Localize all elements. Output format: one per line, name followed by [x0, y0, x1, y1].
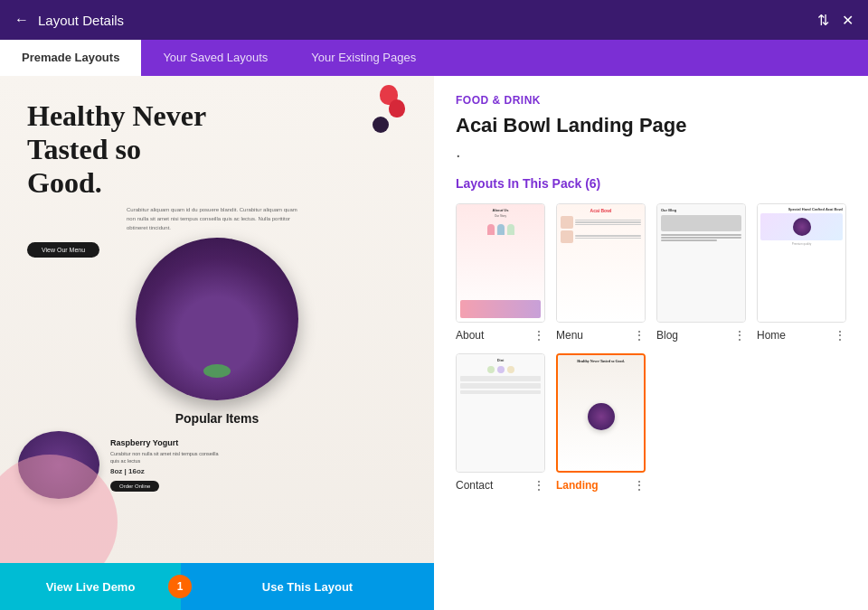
- thumb-home-menu[interactable]: ⋮: [834, 328, 846, 343]
- thumb-about-label: About: [456, 329, 484, 342]
- strawberry-decoration: [375, 85, 407, 121]
- notification-badge: 1: [168, 575, 192, 598]
- thumb-about-menu[interactable]: ⋮: [533, 328, 545, 343]
- back-icon[interactable]: ←: [14, 12, 29, 28]
- acai-bowl-image: [136, 238, 298, 400]
- thumb-about-image: About Us Our Story: [456, 203, 545, 323]
- lp-headline: Healthy Never Tasted so Good.: [27, 99, 407, 199]
- thumb-contact-image: Dini: [456, 353, 545, 473]
- mint-leaf-decoration: [203, 364, 231, 378]
- thumbnail-home[interactable]: Special Hand Crafted Acai Bowl Premium q…: [757, 203, 846, 343]
- item-name: Raspberry Yogurt: [110, 438, 228, 447]
- thumbnail-landing[interactable]: Healthy Never Tasted so Good. Landing ⋮: [556, 353, 646, 493]
- thumb-menu-label: Menu: [556, 329, 583, 342]
- preview-actions: View Live Demo 1 Use This Layout: [0, 563, 434, 610]
- thumb-blog-footer: Blog ⋮: [656, 328, 746, 343]
- close-icon[interactable]: ✕: [842, 12, 854, 29]
- preview-panel: Healthy Never Tasted so Good. Curabitur …: [0, 76, 434, 610]
- preview-content: Healthy Never Tasted so Good. Curabitur …: [0, 76, 434, 563]
- thumb-menu-image: Acai Bowl: [556, 203, 646, 323]
- thumb-home-label: Home: [757, 329, 786, 342]
- thumb-home-footer: Home ⋮: [757, 328, 846, 343]
- category-tag: Food & Drink: [456, 94, 846, 107]
- tab-saved-layouts[interactable]: Your Saved Layouts: [141, 40, 289, 76]
- header-left: ← Layout Details: [14, 12, 124, 28]
- thumb-contact-footer: Contact ⋮: [456, 478, 545, 493]
- thumbnail-blog[interactable]: Our Blog Blog ⋮: [656, 203, 746, 343]
- order-online-button[interactable]: Order Online: [110, 481, 159, 492]
- tab-existing-pages[interactable]: Your Existing Pages: [289, 40, 438, 76]
- header-title: Layout Details: [38, 13, 124, 28]
- thumb-contact-label: Contact: [456, 479, 493, 492]
- sort-icon[interactable]: ⇅: [817, 12, 829, 29]
- thumb-home-image: Special Hand Crafted Acai Bowl Premium q…: [757, 203, 846, 323]
- popular-title: Popular Items: [18, 411, 416, 426]
- thumb-about-footer: About ⋮: [456, 328, 545, 343]
- thumb-landing-menu[interactable]: ⋮: [633, 478, 646, 493]
- thumbnails-grid: About Us Our Story About ⋮: [456, 203, 846, 493]
- item-size: 8oz | 16oz: [110, 467, 228, 475]
- thumb-blog-menu[interactable]: ⋮: [733, 328, 746, 343]
- thumb-blog-image: Our Blog: [656, 203, 746, 323]
- layout-title: Acai Bowl Landing Page: [456, 114, 846, 137]
- thumb-contact-menu[interactable]: ⋮: [533, 478, 545, 493]
- thumb-landing-image: Healthy Never Tasted so Good.: [556, 353, 646, 473]
- lp-body-text: Curabitur aliquam quam id du posuere bla…: [127, 206, 307, 232]
- use-this-layout-button[interactable]: 1 Use This Layout: [181, 563, 434, 610]
- main-content: Healthy Never Tasted so Good. Curabitur …: [0, 76, 868, 610]
- layout-dot: .: [456, 141, 846, 162]
- item-desc: Curabitur non nulla sit amet nisl tempus…: [110, 450, 228, 465]
- tab-bar: Premade Layouts Your Saved Layouts Your …: [0, 40, 868, 76]
- thumb-menu-menu[interactable]: ⋮: [633, 328, 646, 343]
- info-panel: Food & Drink Acai Bowl Landing Page . La…: [434, 76, 868, 610]
- thumbnail-contact[interactable]: Dini Contact: [456, 353, 545, 493]
- tab-premade[interactable]: Premade Layouts: [0, 40, 141, 76]
- pack-label: Layouts In This Pack (6): [456, 176, 846, 191]
- modal-header: ← Layout Details ⇅ ✕: [0, 0, 868, 40]
- view-live-demo-button[interactable]: View Live Demo: [0, 563, 181, 610]
- header-right: ⇅ ✕: [817, 12, 854, 29]
- thumb-blog-label: Blog: [656, 329, 678, 342]
- thumbnail-menu[interactable]: Acai Bowl Menu ⋮: [556, 203, 646, 343]
- thumb-landing-label: Landing: [556, 479, 599, 492]
- thumb-landing-footer: Landing ⋮: [556, 478, 646, 493]
- thumbnail-about[interactable]: About Us Our Story About ⋮: [456, 203, 545, 343]
- item-details: Raspberry Yogurt Curabitur non nulla sit…: [110, 438, 228, 493]
- thumb-menu-footer: Menu ⋮: [556, 328, 646, 343]
